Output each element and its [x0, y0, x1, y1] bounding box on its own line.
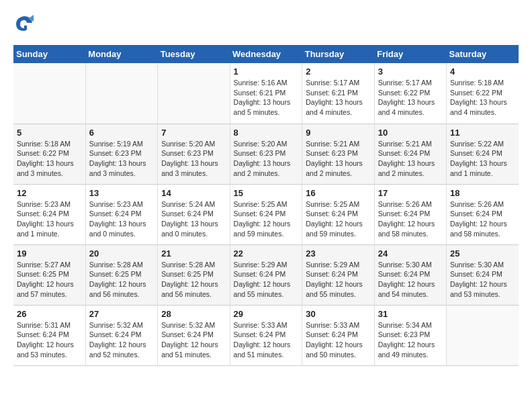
header-cell-sunday: Sunday	[13, 45, 85, 63]
day-cell: 10Sunrise: 5:21 AM Sunset: 6:24 PM Dayli…	[374, 124, 446, 184]
day-number: 29	[234, 309, 299, 319]
day-cell: 3Sunrise: 5:17 AM Sunset: 6:22 PM Daylig…	[374, 63, 446, 124]
day-cell: 9Sunrise: 5:21 AM Sunset: 6:23 PM Daylig…	[302, 124, 374, 184]
day-number: 23	[306, 248, 370, 259]
day-number: 6	[89, 128, 154, 138]
day-cell: 8Sunrise: 5:20 AM Sunset: 6:23 PM Daylig…	[230, 124, 302, 184]
day-info: Sunrise: 5:29 AM Sunset: 6:24 PM Dayligh…	[234, 260, 299, 300]
day-cell	[158, 63, 230, 124]
day-info: Sunrise: 5:25 AM Sunset: 6:24 PM Dayligh…	[234, 199, 299, 239]
day-cell: 16Sunrise: 5:25 AM Sunset: 6:24 PM Dayli…	[302, 184, 374, 244]
day-number: 21	[161, 248, 226, 259]
day-info: Sunrise: 5:26 AM Sunset: 6:24 PM Dayligh…	[378, 199, 443, 239]
day-info: Sunrise: 5:32 AM Sunset: 6:24 PM Dayligh…	[89, 320, 154, 360]
day-number: 18	[450, 188, 515, 198]
day-number: 5	[17, 128, 82, 138]
page-header	[13, 13, 519, 35]
header-row: SundayMondayTuesdayWednesdayThursdayFrid…	[13, 45, 519, 63]
day-info: Sunrise: 5:30 AM Sunset: 6:24 PM Dayligh…	[378, 260, 443, 300]
day-number: 13	[89, 188, 154, 198]
week-row-5: 26Sunrise: 5:31 AM Sunset: 6:24 PM Dayli…	[13, 305, 519, 365]
day-cell	[447, 305, 519, 365]
day-number: 27	[89, 309, 154, 319]
day-number: 17	[378, 188, 443, 198]
day-cell: 7Sunrise: 5:20 AM Sunset: 6:23 PM Daylig…	[158, 124, 230, 184]
day-cell: 14Sunrise: 5:24 AM Sunset: 6:24 PM Dayli…	[158, 184, 230, 244]
day-info: Sunrise: 5:31 AM Sunset: 6:24 PM Dayligh…	[17, 320, 82, 360]
day-cell: 17Sunrise: 5:26 AM Sunset: 6:24 PM Dayli…	[374, 184, 446, 244]
day-number: 12	[17, 188, 82, 198]
day-cell: 12Sunrise: 5:23 AM Sunset: 6:24 PM Dayli…	[13, 184, 85, 244]
day-info: Sunrise: 5:23 AM Sunset: 6:24 PM Dayligh…	[89, 199, 154, 239]
day-cell: 31Sunrise: 5:34 AM Sunset: 6:23 PM Dayli…	[374, 305, 446, 365]
day-info: Sunrise: 5:24 AM Sunset: 6:24 PM Dayligh…	[161, 199, 226, 239]
day-number: 31	[378, 309, 443, 319]
day-info: Sunrise: 5:33 AM Sunset: 6:24 PM Dayligh…	[306, 320, 370, 360]
day-number: 25	[450, 248, 515, 259]
day-number: 11	[450, 128, 515, 138]
day-number: 15	[234, 188, 299, 198]
day-cell: 6Sunrise: 5:19 AM Sunset: 6:23 PM Daylig…	[85, 124, 157, 184]
day-cell	[13, 63, 85, 124]
day-number: 4	[450, 66, 515, 77]
day-info: Sunrise: 5:32 AM Sunset: 6:24 PM Dayligh…	[161, 320, 226, 360]
day-cell: 20Sunrise: 5:28 AM Sunset: 6:25 PM Dayli…	[85, 244, 157, 305]
day-info: Sunrise: 5:29 AM Sunset: 6:24 PM Dayligh…	[306, 260, 370, 300]
day-cell: 15Sunrise: 5:25 AM Sunset: 6:24 PM Dayli…	[230, 184, 302, 244]
day-info: Sunrise: 5:26 AM Sunset: 6:24 PM Dayligh…	[450, 199, 515, 239]
day-number: 1	[234, 66, 299, 77]
day-cell: 25Sunrise: 5:30 AM Sunset: 6:24 PM Dayli…	[447, 244, 519, 305]
day-info: Sunrise: 5:22 AM Sunset: 6:24 PM Dayligh…	[450, 139, 515, 179]
day-cell: 23Sunrise: 5:29 AM Sunset: 6:24 PM Dayli…	[302, 244, 374, 305]
day-cell: 28Sunrise: 5:32 AM Sunset: 6:24 PM Dayli…	[158, 305, 230, 365]
day-info: Sunrise: 5:17 AM Sunset: 6:21 PM Dayligh…	[306, 78, 370, 118]
day-cell: 11Sunrise: 5:22 AM Sunset: 6:24 PM Dayli…	[447, 124, 519, 184]
day-cell: 13Sunrise: 5:23 AM Sunset: 6:24 PM Dayli…	[85, 184, 157, 244]
week-row-4: 19Sunrise: 5:27 AM Sunset: 6:25 PM Dayli…	[13, 244, 519, 305]
day-info: Sunrise: 5:19 AM Sunset: 6:23 PM Dayligh…	[89, 139, 154, 179]
day-info: Sunrise: 5:23 AM Sunset: 6:24 PM Dayligh…	[17, 199, 82, 239]
day-number: 20	[89, 248, 154, 259]
day-cell: 2Sunrise: 5:17 AM Sunset: 6:21 PM Daylig…	[302, 63, 374, 124]
day-number: 14	[161, 188, 226, 198]
day-number: 26	[17, 309, 82, 319]
day-cell: 5Sunrise: 5:18 AM Sunset: 6:22 PM Daylig…	[13, 124, 85, 184]
day-info: Sunrise: 5:17 AM Sunset: 6:22 PM Dayligh…	[378, 78, 443, 118]
calendar-table: SundayMondayTuesdayWednesdayThursdayFrid…	[13, 45, 519, 366]
calendar-header: SundayMondayTuesdayWednesdayThursdayFrid…	[13, 45, 519, 63]
day-cell: 29Sunrise: 5:33 AM Sunset: 6:24 PM Dayli…	[230, 305, 302, 365]
header-cell-friday: Friday	[374, 45, 446, 63]
header-cell-saturday: Saturday	[447, 45, 519, 63]
day-info: Sunrise: 5:34 AM Sunset: 6:23 PM Dayligh…	[378, 320, 443, 360]
day-info: Sunrise: 5:28 AM Sunset: 6:25 PM Dayligh…	[89, 260, 154, 300]
day-info: Sunrise: 5:18 AM Sunset: 6:22 PM Dayligh…	[17, 139, 82, 179]
day-number: 16	[306, 188, 370, 198]
day-number: 9	[306, 128, 370, 138]
day-cell: 19Sunrise: 5:27 AM Sunset: 6:25 PM Dayli…	[13, 244, 85, 305]
day-cell: 4Sunrise: 5:18 AM Sunset: 6:22 PM Daylig…	[447, 63, 519, 124]
week-row-3: 12Sunrise: 5:23 AM Sunset: 6:24 PM Dayli…	[13, 184, 519, 244]
day-number: 7	[161, 128, 226, 138]
day-cell: 18Sunrise: 5:26 AM Sunset: 6:24 PM Dayli…	[447, 184, 519, 244]
day-cell: 24Sunrise: 5:30 AM Sunset: 6:24 PM Dayli…	[374, 244, 446, 305]
day-number: 30	[306, 309, 370, 319]
day-cell: 30Sunrise: 5:33 AM Sunset: 6:24 PM Dayli…	[302, 305, 374, 365]
day-info: Sunrise: 5:21 AM Sunset: 6:24 PM Dayligh…	[378, 139, 443, 179]
day-info: Sunrise: 5:30 AM Sunset: 6:24 PM Dayligh…	[450, 260, 515, 300]
day-cell: 26Sunrise: 5:31 AM Sunset: 6:24 PM Dayli…	[13, 305, 85, 365]
day-number: 28	[161, 309, 226, 319]
header-cell-thursday: Thursday	[302, 45, 374, 63]
day-info: Sunrise: 5:27 AM Sunset: 6:25 PM Dayligh…	[17, 260, 82, 300]
day-cell: 22Sunrise: 5:29 AM Sunset: 6:24 PM Dayli…	[230, 244, 302, 305]
day-info: Sunrise: 5:16 AM Sunset: 6:21 PM Dayligh…	[234, 78, 299, 118]
day-info: Sunrise: 5:21 AM Sunset: 6:23 PM Dayligh…	[306, 139, 370, 179]
header-cell-wednesday: Wednesday	[230, 45, 302, 63]
day-info: Sunrise: 5:20 AM Sunset: 6:23 PM Dayligh…	[161, 139, 226, 179]
week-row-1: 1Sunrise: 5:16 AM Sunset: 6:21 PM Daylig…	[13, 63, 519, 124]
header-cell-tuesday: Tuesday	[158, 45, 230, 63]
day-info: Sunrise: 5:25 AM Sunset: 6:24 PM Dayligh…	[306, 199, 370, 239]
header-cell-monday: Monday	[85, 45, 157, 63]
day-cell: 1Sunrise: 5:16 AM Sunset: 6:21 PM Daylig…	[230, 63, 302, 124]
day-number: 19	[17, 248, 82, 259]
day-cell: 21Sunrise: 5:28 AM Sunset: 6:25 PM Dayli…	[158, 244, 230, 305]
